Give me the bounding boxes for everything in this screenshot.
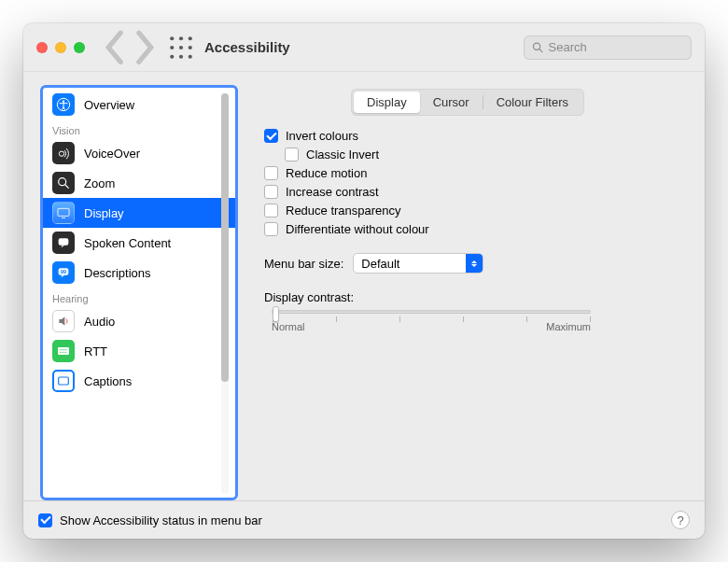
sidebar-item-captions[interactable]: Captions [43,366,235,396]
svg-point-24 [63,349,64,350]
sidebar: Overview Vision VoiceOver Zoom Display [40,85,238,500]
svg-point-0 [170,36,174,40]
svg-point-6 [170,54,174,58]
svg-point-22 [60,349,61,350]
audio-icon [52,310,75,332]
svg-text:99: 99 [61,269,66,274]
menu-bar-size-select[interactable]: Default [353,253,483,274]
help-button[interactable]: ? [671,511,690,529]
search-input[interactable] [549,40,683,54]
svg-point-23 [62,349,63,350]
sidebar-item-descriptions[interactable]: 99 Descriptions [43,258,235,288]
slider-max-label: Maximum [546,321,591,332]
svg-rect-18 [59,238,69,245]
descriptions-icon: 99 [52,261,75,284]
sidebar-item-audio[interactable]: Audio [43,306,235,336]
option-differentiate-without-colour[interactable]: Differentiate without colour [264,222,679,236]
svg-line-10 [539,49,542,52]
svg-point-25 [65,349,66,350]
option-invert-colours[interactable]: Invert colours [264,129,679,143]
display-contrast-slider[interactable] [272,310,591,314]
close-button[interactable] [36,42,48,53]
svg-point-4 [179,45,183,49]
tab-display[interactable]: Display [354,91,420,113]
option-classic-invert[interactable]: Classic Invert [285,148,679,162]
sidebar-item-voiceover[interactable]: VoiceOver [43,138,235,168]
sidebar-item-spoken-content[interactable]: Spoken Content [43,228,235,258]
sidebar-category-vision: Vision [43,119,235,138]
sidebar-item-zoom[interactable]: Zoom [43,168,235,198]
display-contrast-label: Display contrast: [264,290,354,304]
svg-rect-30 [59,377,69,385]
search-icon [532,41,543,53]
svg-point-7 [179,54,183,58]
svg-point-14 [59,178,66,186]
menu-bar-size-label: Menu bar size: [264,257,343,271]
spoken-content-icon [52,232,75,254]
display-options: Invert colours Classic Invert Reduce mot… [264,129,679,236]
footer-checkbox-label: Show Accessibility status in menu bar [60,513,262,527]
sidebar-item-rtt[interactable]: RTT [43,336,235,366]
traffic-lights [36,42,85,53]
menu-bar-size-row: Menu bar size: Default [264,253,679,274]
svg-point-26 [60,352,61,353]
display-contrast-row: Display contrast: Normal Maximum [264,290,679,332]
svg-rect-16 [58,208,69,216]
search-field[interactable] [524,35,692,60]
zoom-icon [52,172,75,194]
svg-point-3 [170,45,174,49]
rtt-icon [52,340,75,362]
settings-panel: Display Cursor Colour Filters Invert col… [255,85,688,500]
checkbox-increase-contrast[interactable] [264,185,278,199]
checkbox-classic-invert[interactable] [285,148,299,162]
tab-colour-filters[interactable]: Colour Filters [483,91,581,113]
svg-point-2 [189,36,192,40]
nav-buttons [104,37,156,58]
sidebar-item-overview[interactable]: Overview [43,90,235,119]
checkbox-reduce-motion[interactable] [264,166,278,180]
checkbox-invert-colours[interactable] [264,129,278,143]
zoom-button[interactable] [74,42,85,53]
svg-rect-21 [58,347,69,355]
svg-point-1 [179,36,183,40]
content-area: Overview Vision VoiceOver Zoom Display [23,72,705,500]
checkbox-reduce-transparency[interactable] [264,204,278,218]
accessibility-icon [52,93,75,116]
toolbar: Accessibility [23,23,705,72]
minimize-button[interactable] [55,42,66,53]
option-reduce-transparency[interactable]: Reduce transparency [264,204,679,218]
sidebar-item-display[interactable]: Display [43,198,235,228]
checkbox-differentiate-without-colour[interactable] [264,222,278,236]
slider-min-label: Normal [272,321,304,332]
svg-point-28 [63,352,64,353]
display-icon [52,202,75,224]
back-button[interactable] [104,37,128,58]
svg-line-15 [65,185,68,188]
svg-point-13 [59,151,63,156]
option-increase-contrast[interactable]: Increase contrast [264,185,679,199]
window-title: Accessibility [204,39,290,55]
svg-point-5 [189,45,192,49]
show-all-button[interactable] [169,37,193,58]
forward-button[interactable] [132,37,156,58]
svg-point-12 [63,100,64,102]
footer: Show Accessibility status in menu bar ? [23,500,705,539]
sidebar-category-hearing: Hearing [43,288,235,306]
option-reduce-motion[interactable]: Reduce motion [264,166,679,180]
checkbox-show-status-menubar[interactable] [38,513,52,527]
preferences-window: Accessibility Overview Vision VoiceOver [23,23,705,539]
svg-point-29 [65,352,66,353]
sidebar-scrollbar[interactable] [217,93,232,494]
svg-point-27 [62,352,63,353]
voiceover-icon [52,142,75,164]
segmented-control: Display Cursor Colour Filters [351,89,584,116]
tab-cursor[interactable]: Cursor [420,91,483,113]
captions-icon [52,370,75,392]
svg-point-8 [189,54,192,58]
slider-thumb[interactable] [273,306,279,322]
